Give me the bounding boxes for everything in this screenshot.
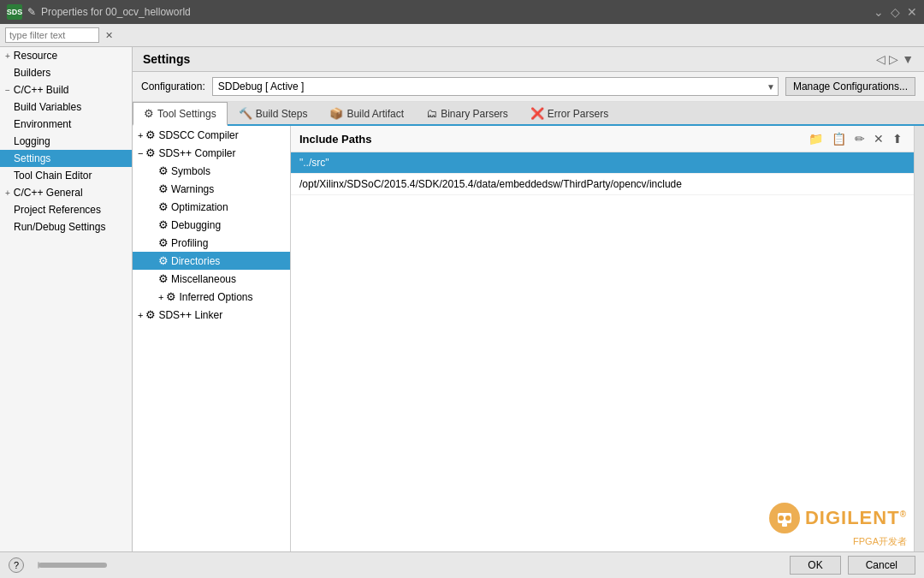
sidebar-item-logging[interactable]: Logging [0,133,132,150]
sidebar-item-run-debug[interactable]: Run/Debug Settings [0,218,132,235]
tree-item-inferred-options[interactable]: + ⚙ Inferred Options [133,288,290,306]
tab-label-error-parsers: Error Parsers [548,108,608,120]
gear-icon: ⚙ [158,236,169,249]
tree-label-optimization: Optimization [171,201,228,213]
sidebar-item-cpp-general[interactable]: + C/C++ General [0,184,132,201]
help-button[interactable]: ? [9,557,24,573]
right-panel: Settings ◁ ▷ ▼ Configuration: SDDebug [ … [133,47,924,551]
tab-tool-settings[interactable]: ⚙ Tool Settings [133,102,228,126]
tree-label-profiling: Profiling [171,237,208,249]
tab-label-binary-parsers: Binary Parsers [441,108,508,120]
dropdown-icon[interactable]: ⌄ [874,5,884,19]
sidebar-item-cpp-build[interactable]: − C/C++ Build [0,81,132,98]
gear-icon: ⚙ [158,200,169,213]
tree-item-warnings[interactable]: ⚙ Warnings [133,180,290,198]
sidebar-label-resource: Resource [14,50,57,62]
nav-forward-icon[interactable]: ▷ [889,52,898,66]
config-select[interactable]: SDDebug [ Active ] [212,77,779,96]
gear-icon: ⚙ [158,272,169,285]
tab-binary-parsers[interactable]: 🗂 Binary Parsers [415,102,519,124]
filter-clear-icon[interactable]: ✕ [103,29,116,42]
include-row-src[interactable]: "../src" [291,152,914,174]
sidebar-label-cpp-general: C/C++ General [14,187,83,199]
horizontal-scrollbar[interactable] [38,562,39,569]
tree-item-sdspp-linker[interactable]: + ⚙ SDS++ Linker [133,306,290,324]
sidebar: + Resource Builders − C/C++ Build Build … [0,47,133,551]
tree-item-optimization[interactable]: ⚙ Optimization [133,198,290,216]
top-nav: ✕ [0,24,924,47]
manage-configurations-button[interactable]: Manage Configurations... [785,77,915,96]
filter-input[interactable] [5,27,99,43]
tree-item-profiling[interactable]: ⚙ Profiling [133,234,290,252]
restore-icon[interactable]: ◇ [891,5,900,19]
tree-item-sdscc-compiler[interactable]: + ⚙ SDSCC Compiler [133,126,290,144]
include-header: Include Paths 📁 📋 ✏ ✕ ⬆ [291,126,914,152]
tab-build-artifact[interactable]: 📦 Build Artifact [318,102,415,124]
tool-settings-icon: ⚙ [144,107,154,120]
settings-title: Settings [143,52,190,66]
tab-label-tool-settings: Tool Settings [157,108,216,120]
sidebar-label-toolchain-editor: Tool Chain Editor [14,170,92,182]
ok-button[interactable]: OK [790,556,840,575]
add-workspace-button[interactable]: 📋 [829,131,849,146]
cancel-button[interactable]: Cancel [848,556,915,575]
tree-label-sdspp-compiler: SDS++ Compiler [158,147,235,159]
nav-down-icon[interactable]: ▼ [902,52,914,66]
pencil-icon: ✎ [27,6,36,18]
expand-icon: + [138,310,143,320]
sidebar-item-builders[interactable]: Builders [0,64,132,81]
sidebar-item-resource[interactable]: + Resource [0,47,132,64]
move-up-button[interactable]: ⬆ [890,131,905,146]
build-steps-icon: 🔨 [239,107,252,120]
tree-label-debugging: Debugging [171,219,221,231]
tab-build-steps[interactable]: 🔨 Build Steps [228,102,319,124]
bottom-bar: ? OK Cancel [0,551,924,578]
edit-path-button[interactable]: ✏ [852,131,868,146]
tree-item-miscellaneous[interactable]: ⚙ Miscellaneous [133,270,290,288]
config-label: Configuration: [141,80,205,92]
expand-icon: − [138,148,143,158]
tree-item-sdspp-compiler[interactable]: − ⚙ SDS++ Compiler [133,144,290,162]
config-select-wrapper: SDDebug [ Active ] ▼ [212,77,779,96]
expand-icon: + [158,292,163,302]
include-paths-title: Include Paths [299,133,372,146]
scrollbar-thumb [38,563,107,568]
tabs-bar: ⚙ Tool Settings 🔨 Build Steps 📦 Build Ar… [133,102,924,126]
tree-label-sdspp-linker: SDS++ Linker [158,309,222,321]
sidebar-label-run-debug: Run/Debug Settings [14,221,105,233]
include-list: "../src" /opt/Xilinx/SDSoC/2015.4/SDK/20… [291,152,914,551]
gear-icon: ⚙ [158,164,169,177]
sidebar-item-project-references[interactable]: Project References [0,201,132,218]
nav-back-icon[interactable]: ◁ [876,52,886,66]
tree-item-symbols[interactable]: ⚙ Symbols [133,162,290,180]
build-artifact-icon: 📦 [329,107,343,120]
sidebar-item-toolchain-editor[interactable]: Tool Chain Editor [0,167,132,184]
tool-settings-panel: + ⚙ SDSCC Compiler − ⚙ SDS++ Compiler ⚙ … [133,126,924,551]
tree-label-symbols: Symbols [171,165,210,177]
tab-error-parsers[interactable]: ❌ Error Parsers [519,102,619,124]
gear-icon: ⚙ [145,308,156,321]
tree-item-directories[interactable]: ⚙ Directories [133,252,290,270]
gear-icon: ⚙ [158,218,169,231]
tree-panel: + ⚙ SDSCC Compiler − ⚙ SDS++ Compiler ⚙ … [133,126,291,551]
add-path-button[interactable]: 📁 [806,131,826,146]
close-icon[interactable]: ✕ [907,5,917,19]
tree-item-debugging[interactable]: ⚙ Debugging [133,216,290,234]
content-area: + Resource Builders − C/C++ Build Build … [0,47,924,551]
tree-label-sdscc-compiler: SDSCC Compiler [158,129,238,141]
tree-label-inferred-options: Inferred Options [179,291,252,303]
sidebar-item-environment[interactable]: Environment [0,116,132,133]
settings-header: Settings ◁ ▷ ▼ [133,47,924,72]
include-path-src: "../src" [299,157,329,169]
right-scrollbar[interactable] [914,126,924,551]
main-window: ✕ + Resource Builders − C/C++ Build Buil… [0,24,924,578]
title-bar: SDS ✎ Properties for 00_ocv_helloworld ⌄… [0,0,924,24]
sidebar-label-project-references: Project References [14,204,101,216]
title-bar-controls: ⌄ ◇ ✕ [874,5,917,19]
sidebar-item-settings[interactable]: Settings [0,150,132,167]
gear-icon: ⚙ [145,128,156,141]
include-row-opencv[interactable]: /opt/Xilinx/SDSoC/2015.4/SDK/2015.4/data… [291,174,914,195]
delete-path-button[interactable]: ✕ [871,131,886,146]
tab-label-build-steps: Build Steps [256,108,308,120]
sidebar-item-build-variables[interactable]: Build Variables [0,98,132,116]
